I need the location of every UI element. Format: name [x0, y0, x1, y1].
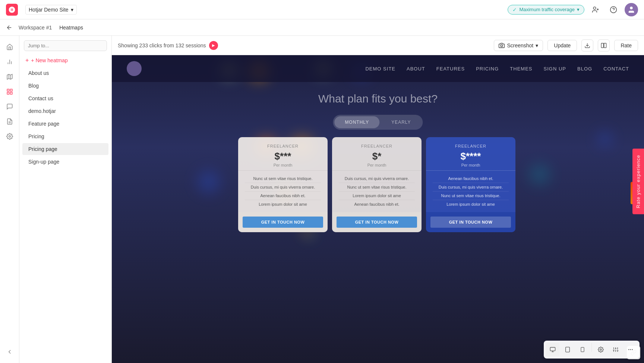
feedback-tab[interactable]: Rate your experience: [632, 149, 644, 214]
card-2-tier: Freelancer: [339, 144, 415, 148]
nav-home-icon[interactable]: [3, 40, 16, 54]
nav-heatmap-icon[interactable]: [3, 85, 16, 98]
demo-nav-pricing: PRICING: [476, 66, 499, 72]
demo-nav-themes: THEMES: [510, 66, 532, 72]
play-button[interactable]: ▶: [209, 41, 218, 50]
sidebar-item-contact-us[interactable]: Contact us: [22, 92, 108, 104]
desktop-view-button[interactable]: [546, 343, 559, 356]
main-content: Showing 233 clicks from 132 sessions ▶ S…: [112, 36, 644, 363]
card-3-header: Freelancer $**** Per month: [426, 137, 515, 170]
site-selector[interactable]: Hotjar Demo Site ▾: [25, 5, 77, 15]
card-2-features: Duis cursus, mi quis viverra ornare. Nun…: [332, 170, 422, 212]
svg-point-19: [9, 136, 10, 138]
card-2-header: Freelancer $* Per month: [332, 137, 422, 170]
card-3-tier: Freelancer: [433, 144, 509, 148]
nav-map-icon[interactable]: [3, 70, 16, 83]
screenshot-button[interactable]: Screenshot ▾: [494, 40, 543, 51]
search-input[interactable]: [24, 40, 107, 51]
new-heatmap-button[interactable]: + + New heatmap: [19, 54, 111, 67]
card-1-feature-4: Lorem ipsum dolor sit ame: [245, 200, 321, 208]
mobile-view-button[interactable]: [576, 343, 589, 356]
rate-button[interactable]: Rate: [614, 40, 638, 51]
help-button[interactable]: [607, 3, 620, 16]
notifications-button[interactable]: [589, 3, 602, 16]
card-3-cta: GET IN TOUCH NOW: [426, 212, 515, 232]
monthly-toggle[interactable]: MONTHLY: [334, 116, 379, 128]
sidebar-item-about-us[interactable]: About us: [22, 67, 108, 79]
sidebar-item-pricing-page[interactable]: Pricing page: [22, 143, 108, 155]
demo-nav-signup: SIGN UP: [544, 66, 566, 72]
screenshot-label: Screenshot: [507, 42, 533, 48]
heat-blob-5: [525, 160, 555, 189]
card-1-cta-button[interactable]: GET IN TOUCH NOW: [243, 217, 323, 228]
sidebar-item-sign-up-page[interactable]: Sign-up page: [22, 156, 108, 168]
update-button[interactable]: Update: [547, 40, 577, 51]
traffic-label: Maximum traffic coverage: [519, 7, 575, 12]
card-1-cta: GET IN TOUCH NOW: [238, 212, 328, 232]
card-3-features: Aenean faucibus nibh et. Duis cursus, mi…: [426, 170, 515, 212]
sidebar-search: [19, 40, 111, 54]
tablet-view-button[interactable]: [561, 343, 574, 356]
divider-1: [591, 343, 592, 352]
svg-rect-13: [7, 89, 9, 91]
sidebar-item-blog[interactable]: Blog: [22, 80, 108, 92]
svg-point-41: [630, 349, 631, 350]
download-button[interactable]: [581, 40, 593, 51]
card-1-feature-1: Nunc ut sem vitae risus tristique.: [245, 174, 321, 183]
nav-collapse-icon[interactable]: [3, 345, 16, 359]
sessions-text: Showing 233 clicks from 132 sessions: [118, 42, 206, 48]
workspace-label[interactable]: Workspace #1: [19, 25, 52, 31]
svg-rect-24: [550, 347, 555, 351]
hotjar-logo[interactable]: [6, 4, 18, 16]
card-3-price: $****: [433, 151, 509, 162]
hero-section: What plan fits you best?: [112, 92, 644, 105]
sidebar-item-demo-hotjar[interactable]: demo.hotjar: [22, 105, 108, 117]
main-layout: + + New heatmap About us Blog Contact us…: [0, 36, 644, 363]
rate-label: Rate: [621, 42, 632, 48]
card-1-tier: Freelancer: [245, 144, 321, 148]
svg-point-43: [629, 349, 629, 350]
new-heatmap-icon: +: [25, 57, 29, 64]
nav-survey-icon[interactable]: [3, 115, 16, 128]
user-avatar[interactable]: [625, 3, 638, 16]
demo-nav-demo-site: DEMO SITE: [365, 66, 395, 72]
left-icons-bar: [0, 36, 19, 363]
compare-button[interactable]: [598, 40, 610, 51]
card-2-feature-4: Aenean faucibus nibh et.: [339, 200, 415, 208]
check-icon: ✓: [512, 7, 517, 13]
page-label: Heatmaps: [59, 25, 83, 31]
yearly-toggle[interactable]: YEARLY: [381, 116, 421, 128]
demo-nav-about: ABOUT: [407, 66, 425, 72]
svg-rect-27: [566, 347, 570, 352]
back-button[interactable]: [6, 24, 13, 31]
card-2-cta-button[interactable]: GET IN TOUCH NOW: [337, 217, 417, 228]
nav-chart-icon[interactable]: [3, 55, 16, 69]
card-1-header: Freelancer $*** Per month: [238, 137, 328, 170]
more-tool-button[interactable]: [624, 343, 637, 356]
svg-rect-16: [7, 92, 9, 94]
nav-settings-icon[interactable]: [3, 130, 16, 143]
pricing-cards-container: Freelancer $*** Per month Nunc ut sem vi…: [238, 137, 518, 232]
card-2-period: Per month: [339, 163, 415, 167]
svg-point-31: [600, 349, 602, 350]
svg-marker-10: [7, 74, 12, 79]
site-name-label: Hotjar Demo Site: [29, 7, 69, 13]
card-2-feature-1: Duis cursus, mi quis viverra ornare.: [339, 174, 415, 183]
card-3-cta-button[interactable]: GET IN TOUCH NOW: [430, 217, 511, 228]
card-3-feature-1: Aenean faucibus nibh et.: [433, 174, 509, 183]
site-dropdown-icon: ▾: [71, 7, 73, 13]
card-1-features: Nunc ut sem vitae risus tristique. Duis …: [238, 170, 328, 212]
traffic-dropdown-icon: ▾: [577, 7, 580, 12]
card-3-feature-3: Nunc ut sem vitae risus tristique.: [433, 192, 509, 200]
sidebar-item-feature-page[interactable]: Feature page: [22, 118, 108, 130]
card-1-price: $***: [245, 151, 321, 162]
settings-tool-button[interactable]: [594, 343, 607, 356]
svg-point-42: [632, 349, 632, 350]
card-2-price: $*: [339, 151, 415, 162]
card-1-feature-2: Duis cursus, mi quis viverra ornare.: [245, 183, 321, 192]
nav-feedback-icon[interactable]: [3, 100, 16, 113]
demo-logo: [127, 61, 142, 76]
sidebar-item-pricing[interactable]: Pricing: [22, 130, 108, 142]
filter-tool-button[interactable]: [609, 343, 622, 356]
traffic-badge[interactable]: ✓ Maximum traffic coverage ▾: [508, 5, 584, 15]
